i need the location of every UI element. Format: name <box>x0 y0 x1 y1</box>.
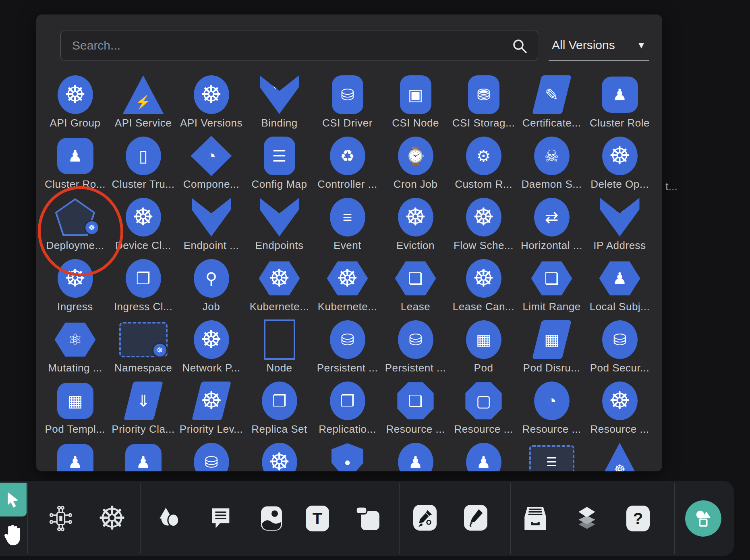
search-box <box>60 31 538 60</box>
help-button[interactable]: ? <box>626 505 650 532</box>
k8s-shape-icon: ❐ <box>117 257 170 300</box>
library-item[interactable]: ⇆IP Address <box>586 196 654 257</box>
k8s-shape-icon: ☸ <box>321 257 374 300</box>
library-item[interactable]: ☸Network P... <box>177 318 245 380</box>
library-item[interactable]: ❐Replicatio... <box>313 380 381 441</box>
library-item[interactable]: ☸Delete Op... <box>586 135 654 196</box>
k8s-shape-icon: ☸ <box>185 380 238 422</box>
library-item[interactable]: ☸API Versions <box>177 73 245 135</box>
library-item[interactable]: ☸Kubernete... <box>245 257 313 318</box>
note-tool[interactable] <box>354 504 382 533</box>
library-item[interactable]: ☍Binding <box>245 73 313 135</box>
library-tool[interactable] <box>521 504 549 533</box>
library-item[interactable]: ☰Config Map <box>245 135 313 196</box>
library-item[interactable]: ▯Cluster Tru... <box>109 135 177 196</box>
library-item[interactable]: ▦Pod Disru... <box>518 318 586 380</box>
k8s-shape-icon: ☠ <box>525 135 578 177</box>
library-item-label: Resource ... <box>590 423 649 436</box>
k8s-shape-icon: ✎ <box>525 73 578 116</box>
shapes-tool[interactable] <box>155 504 184 533</box>
library-item[interactable]: ⇊Endpoints <box>245 196 313 257</box>
library-item-label: Kubernete... <box>318 301 377 313</box>
library-item[interactable]: Node <box>245 318 313 380</box>
library-item[interactable]: ☸Kubernete... <box>313 257 381 318</box>
library-item-label: CSI Node <box>392 117 439 129</box>
library-item[interactable]: ☸Eviction <box>381 196 450 257</box>
library-item[interactable]: ☸Device Cl... <box>109 196 177 257</box>
library-item[interactable]: ▦Pod Templ... <box>41 380 109 441</box>
library-item[interactable]: ▢Resource ... <box>450 380 518 441</box>
library-item[interactable]: ⛁CSI Driver <box>313 73 381 135</box>
library-item[interactable]: ☸Resource ... <box>586 380 654 441</box>
library-item[interactable]: ▣CSI Node <box>381 73 450 135</box>
version-filter[interactable]: All Versions ▼ <box>549 30 649 61</box>
library-item[interactable]: ☸Flow Sche... <box>450 196 518 257</box>
library-item[interactable]: ☰ <box>518 441 586 471</box>
library-item[interactable]: ☸Deployme... <box>41 196 109 257</box>
library-item[interactable]: ♟ <box>381 441 450 471</box>
layers-tool[interactable] <box>573 504 601 533</box>
connector-pen-tool[interactable] <box>413 504 437 531</box>
library-item-label: Delete Op... <box>590 178 649 191</box>
k8s-shape-icon: ⚲ <box>185 257 238 300</box>
library-item[interactable]: ❏Lease <box>381 257 450 318</box>
library-item[interactable]: ⚙Custom R... <box>450 135 518 196</box>
library-item[interactable]: ✎Certificate... <box>518 73 586 135</box>
library-item[interactable]: ☸ <box>245 441 313 471</box>
library-item[interactable]: ♟ <box>41 441 109 471</box>
k8s-shape-icon: ♟ <box>457 441 510 471</box>
draw-tool[interactable] <box>464 504 488 531</box>
library-item[interactable]: ▦Pod <box>450 318 518 380</box>
library-item[interactable]: ⛁Persistent ... <box>313 318 381 380</box>
select-tool[interactable] <box>0 483 27 516</box>
library-item[interactable]: ♻Controller ... <box>313 135 381 196</box>
library-item[interactable]: ⇄Horizontal ... <box>518 196 586 257</box>
library-item[interactable]: ☸Priority Lev... <box>177 380 245 441</box>
circuit-icon <box>47 505 75 532</box>
library-item[interactable]: ⇓Priority Cla... <box>109 380 177 441</box>
library-item[interactable]: ☸API Group <box>41 73 109 135</box>
library-item[interactable]: ⛁Pod Secur... <box>586 318 654 380</box>
library-item[interactable]: ● <box>313 441 381 471</box>
library-item-label: CSI Driver <box>322 117 373 129</box>
library-item[interactable]: ❐Replica Set <box>245 380 313 441</box>
library-item[interactable]: ♟ <box>450 441 518 471</box>
library-item[interactable]: ☸Namespace <box>109 318 177 380</box>
text-tool[interactable]: T <box>305 505 329 532</box>
library-item[interactable]: ☠Daemon S... <box>518 135 586 196</box>
library-item[interactable]: ❐Ingress Cl... <box>109 257 177 318</box>
library-item[interactable]: ☸ <box>586 441 654 471</box>
library-item[interactable]: ♟Cluster Role <box>586 73 654 135</box>
library-item[interactable]: ☸Lease Can... <box>450 257 518 318</box>
kubernetes-shapes-tool[interactable]: ☸ <box>96 501 128 536</box>
library-item[interactable]: ⚲Job <box>177 257 245 318</box>
library-item[interactable]: ⛃CSI Storag... <box>450 73 518 135</box>
library-item[interactable]: ♟Cluster Ro... <box>41 135 109 196</box>
architecture-tool[interactable] <box>47 504 75 533</box>
library-item[interactable]: ⇩Endpoint ... <box>177 196 245 257</box>
hand-tool[interactable] <box>1 520 26 552</box>
library-item[interactable]: ❏Resource ... <box>381 380 450 441</box>
search-input[interactable] <box>61 31 538 60</box>
library-item[interactable]: ♟ <box>109 441 177 471</box>
library-item[interactable]: ⌚Cron Job <box>381 135 450 196</box>
logo-button[interactable] <box>685 500 721 537</box>
library-item[interactable]: ⛁Persistent ... <box>381 318 450 380</box>
library-item-label: Replicatio... <box>319 423 376 436</box>
library-item[interactable]: ♟Local Subj... <box>586 257 654 318</box>
library-item-label: Replica Set <box>251 423 307 436</box>
hand-icon <box>2 523 25 549</box>
library-item[interactable]: ◔Compone... <box>177 135 245 196</box>
library-item[interactable]: ⚛Mutating ... <box>41 318 109 380</box>
comment-tool[interactable] <box>207 504 234 533</box>
library-item-label: Resource ... <box>454 423 513 436</box>
library-item[interactable]: ⛁ <box>177 441 245 471</box>
library-item[interactable]: ❏Limit Range <box>518 257 586 318</box>
image-tool[interactable] <box>258 504 285 533</box>
library-item[interactable]: ⚡API Service <box>109 73 177 135</box>
library-item[interactable]: ☸Ingress <box>41 257 109 318</box>
k8s-shape-icon: ☸ <box>457 257 510 300</box>
library-item[interactable]: ◔Resource ... <box>518 380 586 441</box>
library-item[interactable]: ≡Event <box>313 196 381 257</box>
k8s-shape-icon: ☰ <box>525 441 578 471</box>
